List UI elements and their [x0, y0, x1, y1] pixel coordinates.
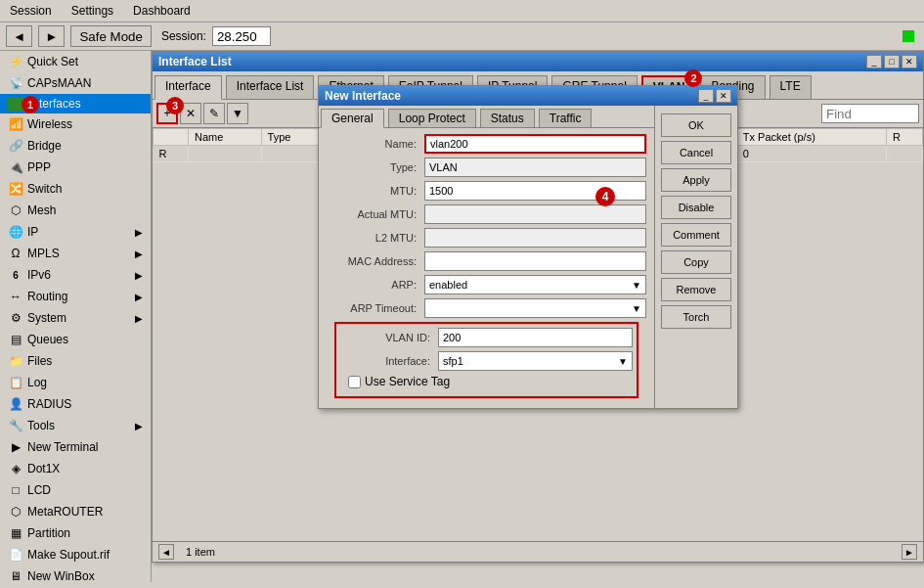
window-controls: _ □ ✕: [866, 55, 917, 68]
sidebar-item-wireless[interactable]: 📶 Wireless: [0, 113, 151, 135]
dialog-tab-general[interactable]: General: [321, 109, 384, 128]
sidebar-item-new-terminal[interactable]: ▶ New Terminal: [0, 436, 151, 458]
tab-interface-list[interactable]: Interface List: [226, 75, 315, 99]
switch-icon: 🔀: [8, 181, 23, 197]
sidebar-item-make-supout[interactable]: 📄 Make Supout.rif: [0, 544, 151, 565]
menu-session[interactable]: Session: [4, 2, 58, 20]
sidebar-item-routing[interactable]: ↔ Routing ▶: [0, 286, 151, 307]
dialog-title: New Interface: [325, 89, 401, 103]
supout-icon: 📄: [8, 547, 23, 563]
name-input[interactable]: [424, 134, 646, 154]
safe-mode-button[interactable]: Safe Mode: [70, 25, 151, 47]
mpls-icon: Ω: [8, 246, 23, 261]
interface-select[interactable]: sfp1 ▼: [438, 351, 633, 371]
ipv6-icon: 6: [8, 267, 23, 283]
edit-interface-button[interactable]: ✎: [203, 103, 225, 124]
sidebar-item-ip[interactable]: 🌐 IP ▶: [0, 221, 151, 243]
sidebar-item-radius[interactable]: 👤 RADIUS: [0, 393, 151, 415]
sidebar-item-ppp[interactable]: 🔌 PPP: [0, 157, 151, 178]
forward-button[interactable]: ►: [38, 25, 65, 47]
use-service-tag-checkbox[interactable]: [348, 376, 361, 388]
comment-button[interactable]: Comment: [661, 223, 731, 247]
copy-button[interactable]: Copy: [661, 250, 731, 274]
sidebar-item-new-winbox[interactable]: 🖥 New WinBox: [0, 565, 151, 582]
sidebar-item-queues[interactable]: ▤ Queues: [0, 329, 151, 350]
sidebar-item-log[interactable]: 📋 Log: [0, 372, 151, 393]
quick-set-icon: ⚡: [8, 54, 23, 69]
torch-button[interactable]: Torch: [661, 305, 731, 329]
dialog-close[interactable]: ✕: [716, 89, 731, 103]
col-tx-packets: Tx Packet (p/s): [736, 129, 886, 146]
sidebar-label: System: [27, 311, 66, 325]
form-area: 4 Name: Type: MTU:: [319, 128, 654, 408]
arp-timeout-select[interactable]: ▼: [424, 298, 646, 318]
tab-interface[interactable]: Interface: [154, 75, 222, 100]
remove-button[interactable]: Remove: [661, 278, 731, 301]
mac-address-label: MAC Address:: [327, 255, 424, 267]
main-layout: ⚡ Quick Set 📡 CAPsMAAN Interfaces 1 📶 Wi…: [0, 51, 924, 582]
window-titlebar: Interface List _ □ ✕: [153, 52, 923, 71]
sidebar-item-interfaces[interactable]: Interfaces 1: [0, 94, 151, 113]
sidebar-label: Files: [27, 354, 52, 368]
sidebar-item-capsman[interactable]: 📡 CAPsMAAN: [0, 72, 151, 94]
interface-row: Interface: sfp1 ▼: [340, 351, 633, 371]
status-cell: R: [154, 146, 189, 162]
sidebar-item-quick-set[interactable]: ⚡ Quick Set: [0, 51, 151, 72]
col-type: Type: [261, 129, 325, 146]
close-button[interactable]: ✕: [902, 55, 917, 68]
search-input[interactable]: [821, 104, 919, 123]
sidebar-item-system[interactable]: ⚙ System ▶: [0, 307, 151, 329]
cancel-button[interactable]: Cancel: [661, 141, 731, 164]
dialog-tab-status[interactable]: Status: [480, 109, 535, 127]
sidebar-item-tools[interactable]: 🔧 Tools ▶: [0, 415, 151, 436]
ok-button[interactable]: OK: [661, 113, 731, 137]
sidebar-item-switch[interactable]: 🔀 Switch: [0, 178, 151, 200]
tab-lte[interactable]: LTE: [770, 75, 812, 99]
sidebar-item-lcd[interactable]: □ LCD: [0, 479, 151, 501]
dialog-tab-loop-protect[interactable]: Loop Protect: [388, 109, 476, 127]
badge-3: 3: [166, 97, 184, 114]
partition-icon: ▦: [8, 525, 23, 541]
sidebar-item-mesh[interactable]: ⬡ Mesh: [0, 200, 151, 221]
vlan-id-input[interactable]: [438, 328, 633, 347]
connection-indicator: [902, 30, 914, 42]
add-interface-button[interactable]: + 3: [156, 103, 178, 124]
minimize-button[interactable]: _: [866, 55, 882, 68]
menu-dashboard[interactable]: Dashboard: [127, 2, 197, 20]
scroll-left[interactable]: ◄: [158, 544, 174, 560]
radius-icon: 👤: [8, 396, 23, 412]
use-service-tag-label: Use Service Tag: [365, 375, 450, 388]
maximize-button[interactable]: □: [884, 55, 900, 68]
sidebar-item-ipv6[interactable]: 6 IPv6 ▶: [0, 264, 151, 286]
dialog-minimize[interactable]: _: [698, 89, 714, 103]
back-button[interactable]: ◄: [6, 25, 32, 47]
dialog-tab-traffic[interactable]: Traffic: [539, 109, 593, 127]
interface-label: Interface:: [340, 355, 438, 367]
sidebar-label: MPLS: [27, 247, 60, 260]
sidebar-item-dot1x[interactable]: ◈ Dot1X: [0, 458, 151, 479]
session-input[interactable]: [212, 26, 271, 46]
apply-button[interactable]: Apply: [661, 168, 731, 192]
arp-select[interactable]: enabled ▼: [424, 275, 646, 294]
mac-address-input[interactable]: [424, 251, 646, 271]
mpls-arrow: ▶: [135, 249, 143, 259]
routing-arrow: ▶: [135, 292, 143, 302]
sidebar-item-partition[interactable]: ▦ Partition: [0, 522, 151, 544]
menu-settings[interactable]: Settings: [66, 2, 119, 20]
sidebar-item-mpls[interactable]: Ω MPLS ▶: [0, 243, 151, 264]
bridge-icon: 🔗: [8, 138, 23, 154]
scroll-right[interactable]: ►: [902, 544, 917, 560]
type-input[interactable]: [424, 158, 646, 177]
sidebar-label: CAPsMAAN: [27, 76, 91, 90]
sidebar-item-bridge[interactable]: 🔗 Bridge: [0, 135, 151, 157]
actual-mtu-row: Actual MTU:: [327, 204, 646, 224]
col-status: [154, 129, 189, 146]
sidebar-item-metarouter[interactable]: ⬡ MetaROUTER: [0, 501, 151, 522]
use-service-tag-row: Use Service Tag: [348, 375, 625, 388]
actual-mtu-input[interactable]: [424, 204, 646, 224]
filter-button[interactable]: ▼: [227, 103, 248, 124]
disable-button[interactable]: Disable: [661, 196, 731, 219]
button-panel: OK Cancel Apply Disable Comment Copy Rem…: [654, 106, 737, 408]
sidebar-item-files[interactable]: 📁 Files: [0, 350, 151, 372]
l2mtu-input[interactable]: [424, 228, 646, 248]
